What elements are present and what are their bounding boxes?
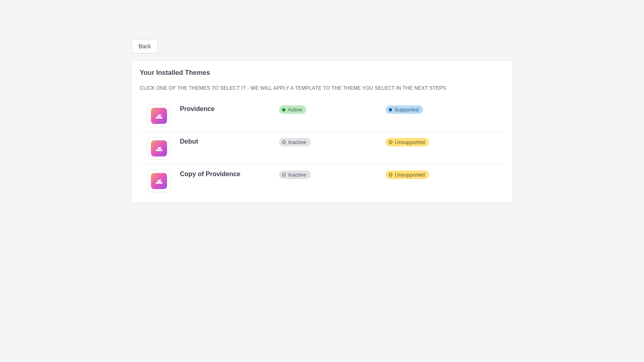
ring-icon	[389, 173, 392, 177]
theme-support-cell: Supported	[386, 105, 423, 114]
status-badge: Inactive	[279, 138, 311, 146]
theme-icon	[151, 173, 167, 189]
support-label: Supported	[394, 107, 419, 113]
status-label: Inactive	[288, 172, 306, 178]
card-subtitle: CLICK ONE OF THE THEMES TO SELECT IT - W…	[140, 85, 504, 91]
support-badge: Unsupported	[386, 138, 429, 146]
theme-status-cell: Active	[279, 105, 386, 114]
theme-row[interactable]: Copy of ProvidenceInactiveUnsupported	[140, 165, 504, 197]
theme-row[interactable]: DebutInactiveUnsupported	[140, 132, 504, 165]
theme-name: Debut	[170, 137, 279, 145]
support-badge: Unsupported	[386, 171, 429, 179]
ring-icon	[389, 140, 392, 144]
theme-support-cell: Unsupported	[386, 170, 429, 179]
theme-icon-wrap	[148, 137, 170, 160]
theme-status-cell: Inactive	[279, 170, 386, 179]
support-label: Unsupported	[395, 139, 425, 145]
theme-icon	[151, 140, 167, 156]
dot-icon	[282, 108, 285, 111]
theme-name: Providence	[170, 105, 279, 113]
card-title: Your Installed Themes	[140, 69, 504, 76]
svg-rect-1	[156, 150, 163, 151]
status-label: Active	[288, 107, 302, 113]
back-button[interactable]: Back	[132, 39, 158, 53]
theme-row[interactable]: ProvidenceActiveSupported	[140, 100, 504, 132]
ring-icon	[282, 173, 286, 177]
theme-name: Copy of Providence	[170, 170, 279, 178]
support-label: Unsupported	[395, 172, 425, 178]
theme-icon-wrap	[148, 105, 170, 127]
themes-list: ProvidenceActiveSupportedDebutInactiveUn…	[140, 100, 504, 197]
svg-rect-2	[156, 182, 163, 184]
support-badge: Supported	[386, 105, 423, 114]
theme-icon-wrap	[148, 170, 170, 192]
paint-icon	[155, 111, 163, 120]
paint-icon	[155, 177, 163, 185]
svg-rect-0	[156, 117, 163, 119]
status-badge: Active	[279, 105, 306, 114]
status-label: Inactive	[288, 139, 306, 145]
ring-icon	[282, 140, 286, 144]
status-badge: Inactive	[279, 171, 311, 179]
theme-icon	[151, 108, 167, 124]
dot-icon	[389, 108, 392, 111]
theme-support-cell: Unsupported	[386, 137, 429, 146]
page-container: Back Your Installed Themes CLICK ONE OF …	[132, 0, 512, 203]
theme-status-cell: Inactive	[279, 137, 386, 146]
themes-card: Your Installed Themes CLICK ONE OF THE T…	[132, 61, 512, 203]
paint-icon	[155, 144, 163, 153]
